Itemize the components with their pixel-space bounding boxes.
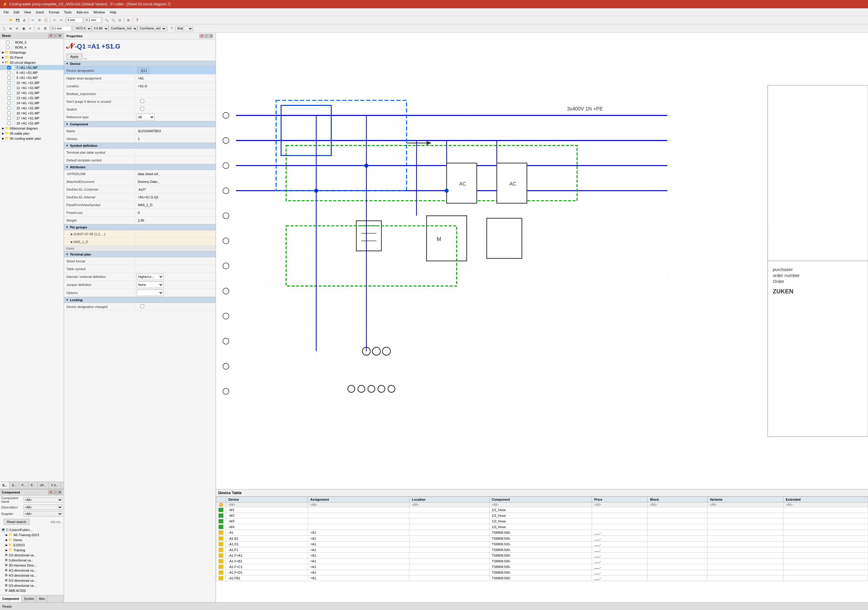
tree-item-bom3[interactable]: 📄 BOM_3 bbox=[0, 40, 64, 45]
prop-float-btn[interactable]: □ bbox=[204, 34, 208, 38]
left-tab-d[interactable]: D... bbox=[9, 482, 19, 489]
panel-close-btn[interactable]: ✕ bbox=[58, 34, 62, 38]
expand-01topology[interactable]: ▶ bbox=[1, 51, 5, 54]
col-variants[interactable]: Variants bbox=[707, 497, 783, 503]
prop-boolean-expr[interactable]: Boolean_expression bbox=[64, 90, 215, 98]
checkbox-sheet17[interactable] bbox=[7, 116, 11, 120]
grid-btn[interactable]: ⊞ bbox=[125, 17, 132, 23]
col-block[interactable]: Block bbox=[648, 497, 707, 503]
menu-help[interactable]: Help bbox=[107, 9, 119, 15]
tree-item-sheet17[interactable]: 📄 17 =A1 +S1.MP bbox=[0, 116, 64, 121]
menu-tools[interactable]: Tools bbox=[62, 9, 74, 15]
tool-btn-3[interactable]: ⊗ bbox=[14, 25, 20, 32]
tab-component[interactable]: Component bbox=[0, 595, 22, 602]
tree-item-01topology[interactable]: ▶ 📁 01topology bbox=[0, 50, 64, 55]
zoom-in-btn[interactable]: 🔍 bbox=[103, 17, 110, 23]
tool-btn-7[interactable]: ⌘ bbox=[42, 25, 48, 32]
checkbox-sheet10[interactable] bbox=[7, 81, 11, 85]
expand-nas[interactable]: ▶ bbox=[70, 241, 74, 243]
table-row[interactable]: -A1.F+A1 =A1 TS8808.500- ___- bbox=[216, 553, 868, 558]
checkbox-dev-desig-changed[interactable] bbox=[140, 304, 144, 308]
tool-btn-2[interactable]: ⊕ bbox=[7, 25, 14, 32]
prop-jumper-def[interactable]: Jumper definition None Internal External bbox=[64, 281, 215, 289]
tree-item-comp3[interactable]: ⚙ 3D-Harness Desi... bbox=[0, 563, 64, 568]
comp-desc-select[interactable]: <All> bbox=[23, 504, 62, 510]
tree-item-02panel[interactable]: ▶ 📁 02-Panel bbox=[0, 55, 64, 60]
expand-e32023[interactable]: ▶ bbox=[5, 543, 8, 546]
col-device[interactable]: Device bbox=[226, 497, 308, 503]
tree-item-05cable[interactable]: ▶ 📁 05-cable plan bbox=[0, 131, 64, 136]
prop-sheet-format[interactable]: Sheet format bbox=[64, 257, 215, 265]
checkbox-sealed[interactable] bbox=[140, 107, 144, 111]
tool-btn-1[interactable]: ╲ bbox=[1, 25, 7, 32]
prop-dev-desig-changed[interactable]: Device designation changed bbox=[64, 303, 215, 310]
table-row[interactable]: -W4 1/2_Hose bbox=[216, 524, 868, 530]
menu-addons[interactable]: Add-ons bbox=[74, 9, 91, 15]
prop-higher-level[interactable]: Higher level assignment =A1 bbox=[64, 75, 215, 82]
paste-btn[interactable]: 📋 bbox=[43, 17, 49, 23]
section-device[interactable]: ▼ Device bbox=[64, 61, 215, 67]
comp-panel-pin-btn[interactable]: 📌 bbox=[48, 490, 53, 494]
copy-btn[interactable]: ⧉ bbox=[36, 17, 43, 23]
menu-window[interactable]: Window bbox=[91, 9, 107, 15]
prop-reference-type[interactable]: Reference type All Single Multiple bbox=[64, 113, 215, 121]
left-tab-vv[interactable]: V V... bbox=[49, 482, 61, 489]
prop-table-symbol[interactable]: Table symbol bbox=[64, 265, 215, 273]
zoom-fit-btn[interactable]: ⊡ bbox=[116, 17, 123, 23]
prop-panel-front[interactable]: PanelFrontViewSymbol NAS_1_D bbox=[64, 201, 215, 209]
save-btn[interactable]: 💾 bbox=[14, 17, 21, 23]
menu-insert[interactable]: Insert bbox=[33, 9, 46, 15]
tree-item-06cooling[interactable]: ▶ 📁 06-cooling water plan bbox=[0, 136, 64, 141]
comp-panel-close-btn[interactable]: ✕ bbox=[58, 490, 62, 494]
open-btn[interactable]: 📂 bbox=[8, 17, 14, 23]
checkbox-sheet11[interactable] bbox=[7, 86, 11, 90]
col-component[interactable]: Component bbox=[489, 497, 592, 503]
tree-item-sheet16[interactable]: 📄 16 =A1 +S1.MP bbox=[0, 110, 64, 116]
tree-item-bom4[interactable]: 📄 BOM_4 bbox=[0, 45, 64, 50]
tolerance-input[interactable] bbox=[85, 17, 101, 23]
table-row[interactable]: -A1.F+B1 =A1 TS8808.500- ___- bbox=[216, 558, 868, 564]
table-row[interactable]: -A1.B1 =A1 TS8808.500- ___- bbox=[216, 535, 868, 541]
tree-item-sheet15[interactable]: 📄 15 =A1 +S1.MP bbox=[0, 106, 64, 110]
col-location[interactable]: Location bbox=[409, 497, 489, 503]
undo-btn[interactable]: ↩ bbox=[51, 17, 58, 23]
prop-pin-btn[interactable]: 📌 bbox=[200, 34, 204, 38]
table-row[interactable]: -A1.F1 =A1 TS8808.500- ___- bbox=[216, 547, 868, 553]
reference-type-select[interactable]: All Single Multiple bbox=[137, 114, 155, 120]
apply-btn[interactable]: Apply bbox=[67, 54, 82, 60]
checkbox-sheet9[interactable] bbox=[7, 76, 11, 79]
tree-item-comp6[interactable]: ⚙ 5/2-directional va... bbox=[0, 578, 64, 583]
table-row[interactable]: -W2 1/2_Hose bbox=[216, 513, 868, 518]
menu-view[interactable]: View bbox=[22, 9, 34, 15]
tree-item-sheet18[interactable]: 📄 18 =A1 +S1.MP bbox=[0, 121, 64, 126]
tab-symbol[interactable]: Symbol bbox=[22, 595, 37, 602]
dim1-input[interactable] bbox=[51, 26, 71, 31]
tree-item-e32023[interactable]: ▶ 📁 E32023 bbox=[0, 542, 64, 548]
tree-item-comp4[interactable]: ⚙ 4/2-directional va... bbox=[0, 568, 64, 573]
tool-btn-4[interactable]: ▣ bbox=[20, 25, 27, 32]
tree-item-sheet7[interactable]: 📄 7 =A1 +S1.MP bbox=[0, 65, 64, 70]
prop-dont-purge[interactable]: Don't purge if device is unused bbox=[64, 98, 215, 106]
options-select[interactable] bbox=[137, 290, 163, 296]
tree-item-ae2023[interactable]: ▶ 📁 AE-Training-2023 bbox=[0, 532, 64, 537]
left-tab-uf[interactable]: UF... bbox=[37, 482, 49, 489]
expand-03circuit[interactable]: ▼ bbox=[1, 61, 5, 64]
table-row[interactable]: -A1.FB1 =A1 TS8808.500- ___- bbox=[216, 576, 868, 581]
checkbox-bom4[interactable] bbox=[6, 46, 9, 49]
panel-float-btn[interactable]: □ bbox=[53, 34, 57, 38]
core-name-hori-select[interactable]: CoreName_hori bbox=[108, 26, 138, 31]
left-tab-s[interactable]: S... bbox=[0, 482, 9, 489]
checkbox-sheet12[interactable] bbox=[7, 91, 11, 95]
tree-item-comp1[interactable]: ⚙ 2/2-directional va... bbox=[0, 553, 64, 557]
expand-ae2023[interactable]: ▶ bbox=[5, 534, 8, 536]
print-btn[interactable]: 🖨 bbox=[21, 17, 27, 23]
prop-weight[interactable]: Weight 2,95 bbox=[64, 217, 215, 224]
menu-format[interactable]: Format bbox=[46, 9, 62, 15]
t-icon-btn[interactable]: T bbox=[169, 25, 175, 32]
table-row[interactable]: -W1 1/2_Hose bbox=[216, 507, 868, 513]
prop-int-ext-def[interactable]: Internal / external definition HigherLe.… bbox=[64, 273, 215, 281]
prop-comp-version[interactable]: Version 1 bbox=[64, 135, 215, 143]
panel-pin-btn[interactable]: 📌 bbox=[48, 34, 53, 38]
comp-panel-float-btn[interactable]: □ bbox=[53, 490, 57, 494]
tree-item-sheet12[interactable]: 📄 12 =A1 +S1.MP bbox=[0, 90, 64, 95]
